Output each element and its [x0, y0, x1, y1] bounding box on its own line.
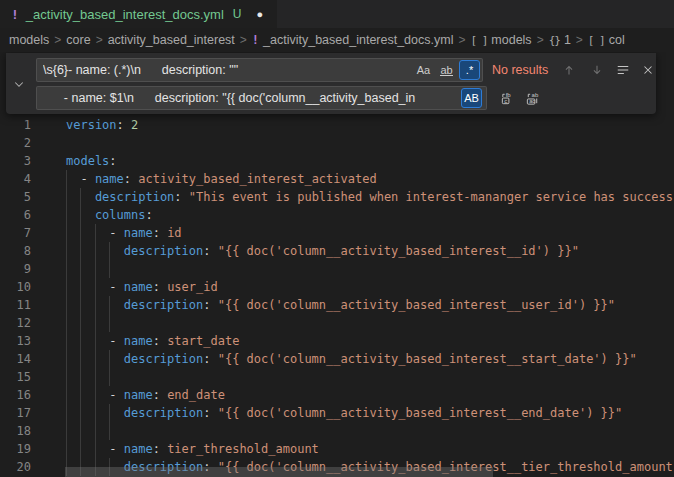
line-number: 13 — [0, 332, 31, 350]
breadcrumb-item-activity-based-interest[interactable]: activity_based_interest — [108, 33, 235, 47]
line-content: models: — [66, 152, 117, 170]
breadcrumb-item-models[interactable]: models — [9, 33, 49, 47]
tab-filename: _activity_based_interest_docs.yml — [26, 7, 224, 22]
indent-guide — [80, 296, 94, 314]
breadcrumb-label: 1 — [564, 33, 571, 47]
indent-guide — [66, 386, 80, 404]
indent-guide — [66, 296, 80, 314]
code-line-12[interactable]: 12 — [0, 314, 674, 332]
code-line-14[interactable]: 14description: "{{ doc('column__activity… — [0, 350, 674, 368]
line-content: description: "{{ doc('column__activity_b… — [66, 404, 622, 422]
editor-pane[interactable]: 1version: 223models:4- name: activity_ba… — [0, 52, 674, 477]
indent-guide — [109, 242, 123, 260]
indent-guide — [66, 242, 80, 260]
code-line-13[interactable]: 13- name: start_date — [0, 332, 674, 350]
indent-guide — [95, 404, 109, 422]
preserve-case-toggle[interactable]: AB — [461, 88, 482, 108]
code-line-10[interactable]: 10- name: user_id — [0, 278, 674, 296]
code-line-18[interactable]: 18 — [0, 422, 674, 440]
code-line-9[interactable]: 9 — [0, 260, 674, 278]
indent-guide — [66, 224, 80, 242]
breadcrumb-separator-icon: > — [537, 33, 544, 47]
code-line-8[interactable]: 8description: "{{ doc('column__activity_… — [0, 242, 674, 260]
code-line-2[interactable]: 2 — [0, 134, 674, 152]
breadcrumb-item-models[interactable]: [ ]models — [470, 33, 531, 47]
breadcrumb-separator-icon: > — [576, 33, 583, 47]
horizontal-scrollbar[interactable] — [65, 467, 493, 477]
indent-guide — [95, 296, 109, 314]
indent-guide — [95, 350, 109, 368]
replace-all-button[interactable]: ab ac — [521, 88, 543, 108]
line-content: description: "{{ doc('column__activity_b… — [66, 296, 615, 314]
breadcrumb-separator-icon: > — [458, 33, 465, 47]
symbol-kind-icon: [ ] — [588, 34, 605, 47]
code-line-11[interactable]: 11description: "{{ doc('column__activity… — [0, 296, 674, 314]
line-number: 9 — [0, 260, 31, 278]
indent-guide — [80, 188, 94, 206]
breadcrumb-label: col — [609, 33, 625, 47]
tab-activity-based-interest-docs[interactable]: ! _activity_based_interest_docs.yml U ● — [0, 0, 277, 28]
regex-toggle[interactable]: .* — [459, 60, 480, 80]
line-number: 7 — [0, 224, 31, 242]
line-content: - name: id — [66, 224, 182, 242]
line-number: 8 — [0, 242, 31, 260]
find-in-selection-toggle[interactable] — [612, 60, 634, 80]
replace-input[interactable] — [36, 86, 487, 110]
indent-guide — [66, 260, 80, 278]
toggle-replace-chevron-icon[interactable] — [8, 53, 30, 114]
indent-guide — [109, 422, 123, 440]
line-content: description: "{{ doc('column__activity_b… — [66, 350, 637, 368]
breadcrumb-item-1[interactable]: {}1 — [549, 33, 571, 47]
indent-guide — [80, 314, 94, 332]
yaml-file-icon: ! — [252, 33, 259, 47]
indent-guide — [66, 206, 80, 224]
indent-guide — [66, 440, 80, 458]
indent-guide — [95, 260, 109, 278]
code-line-1[interactable]: 1version: 2 — [0, 116, 674, 134]
close-find-widget-button[interactable] — [637, 60, 659, 80]
indent-guide — [109, 296, 123, 314]
breadcrumb-separator-icon: > — [54, 33, 61, 47]
yaml-file-icon: ! — [11, 7, 19, 22]
whole-word-toggle[interactable]: ab — [436, 60, 457, 80]
breadcrumb-label: _activity_based_interest_docs.yml — [263, 33, 453, 47]
code-line-5[interactable]: 5description: "This event is published w… — [0, 188, 674, 206]
indent-guide — [80, 260, 94, 278]
replace-option-toggles: AB — [461, 88, 482, 108]
replace-button[interactable]: fb c — [496, 88, 518, 108]
line-content: - name: activity_based_interest_activate… — [66, 170, 377, 188]
code-line-16[interactable]: 16- name: end_date — [0, 386, 674, 404]
find-previous-button[interactable] — [558, 60, 580, 80]
find-next-button[interactable] — [586, 60, 608, 80]
code-line-15[interactable]: 15 — [0, 368, 674, 386]
line-number: 12 — [0, 314, 31, 332]
line-number: 18 — [0, 422, 31, 440]
breadcrumb-label: models — [9, 33, 49, 47]
line-number: 11 — [0, 296, 31, 314]
line-number: 2 — [0, 134, 31, 152]
code-area: 1version: 223models:4- name: activity_ba… — [0, 116, 674, 476]
code-line-4[interactable]: 4- name: activity_based_interest_activat… — [0, 170, 674, 188]
indent-guide — [66, 188, 80, 206]
breadcrumb-item-col[interactable]: [ ]col — [588, 33, 625, 47]
find-option-toggles: Aa ab .* — [413, 60, 480, 80]
indent-guide — [95, 224, 109, 242]
indent-guide — [95, 386, 109, 404]
line-content — [66, 368, 124, 386]
line-number: 1 — [0, 116, 31, 134]
breadcrumb-item-core[interactable]: core — [66, 33, 90, 47]
indent-guide — [80, 332, 94, 350]
code-line-19[interactable]: 19- name: tier_threshold_amount — [0, 440, 674, 458]
line-content: - name: start_date — [66, 332, 239, 350]
match-case-toggle[interactable]: Aa — [413, 60, 434, 80]
modified-dot-icon[interactable]: ● — [257, 9, 264, 20]
indent-guide — [80, 386, 94, 404]
indent-guide — [66, 368, 80, 386]
code-line-7[interactable]: 7- name: id — [0, 224, 674, 242]
breadcrumb-item--activity-based-interest-docs-yml[interactable]: !_activity_based_interest_docs.yml — [252, 33, 454, 47]
indent-guide — [109, 368, 123, 386]
code-line-3[interactable]: 3models: — [0, 152, 674, 170]
code-line-17[interactable]: 17description: "{{ doc('column__activity… — [0, 404, 674, 422]
indent-guide — [80, 422, 94, 440]
code-line-6[interactable]: 6columns: — [0, 206, 674, 224]
